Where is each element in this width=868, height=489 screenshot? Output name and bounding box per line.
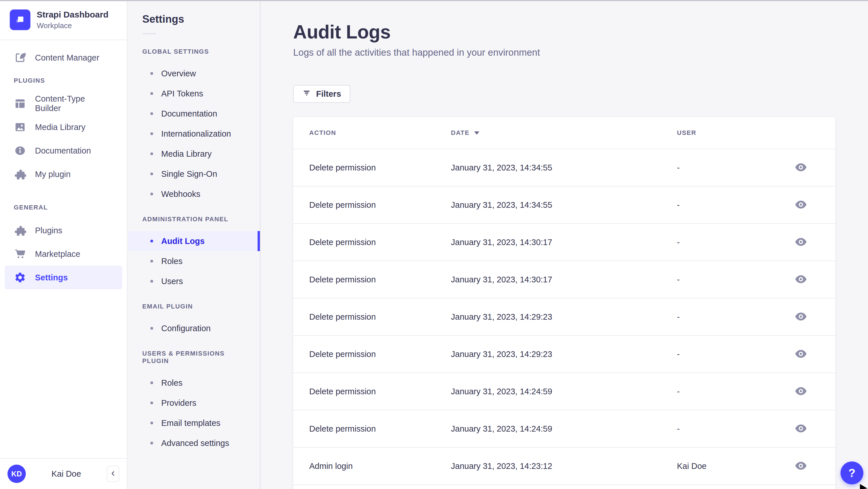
settings-section-label: GLOBAL SETTINGS: [128, 48, 260, 55]
column-header-date[interactable]: DATE: [451, 129, 677, 136]
settings-nav-item-label: Single Sign-On: [161, 169, 217, 179]
sidebar-item-plugins[interactable]: Plugins: [5, 219, 122, 242]
table-row[interactable]: Delete permission January 31, 2023, 14:3…: [293, 149, 835, 186]
sidebar-item-marketplace[interactable]: Marketplace: [5, 242, 122, 266]
pen-icon: [14, 51, 26, 64]
settings-subnav: Settings GLOBAL SETTINGS Overview API To…: [128, 0, 260, 489]
settings-nav-item-configuration[interactable]: Configuration: [128, 318, 260, 338]
settings-nav-item-media-library[interactable]: Media Library: [128, 144, 260, 164]
view-details-button[interactable]: [793, 310, 809, 324]
settings-nav-item-roles[interactable]: Roles: [128, 251, 260, 271]
view-details-button[interactable]: [793, 273, 809, 287]
eye-icon: [795, 237, 807, 248]
chevron-left-icon: [109, 470, 117, 478]
cell-user: -: [677, 387, 778, 396]
table-row[interactable]: Delete permission January 31, 2023, 14:3…: [293, 261, 835, 298]
settings-section-label: ADMINISTRATION PANEL: [128, 215, 260, 223]
cell-date: January 31, 2023, 14:30:17: [451, 238, 677, 247]
sidebar-item-label: Marketplace: [35, 249, 80, 259]
settings-section-label: EMAIL PLUGIN: [128, 303, 260, 310]
help-button[interactable]: ?: [840, 461, 863, 484]
sidebar-item-my-plugin[interactable]: My plugin: [5, 162, 122, 186]
audit-table-body: Delete permission January 31, 2023, 14:3…: [293, 149, 835, 484]
table-row[interactable]: Delete permission January 31, 2023, 14:2…: [293, 410, 835, 447]
view-details-button[interactable]: [793, 198, 809, 212]
settings-section-items: Audit Logs Roles Users: [128, 231, 260, 291]
settings-nav-item-users[interactable]: Users: [128, 271, 260, 291]
bullet-icon: [150, 441, 153, 445]
cell-user: -: [677, 312, 778, 322]
settings-nav-item-overview[interactable]: Overview: [128, 63, 260, 84]
settings-nav-item-single-sign-on[interactable]: Single Sign-On: [128, 164, 260, 184]
eye-icon: [795, 200, 807, 210]
settings-nav-item-providers[interactable]: Providers: [128, 393, 260, 413]
column-header-user: USER: [677, 129, 778, 136]
bullet-icon: [150, 240, 153, 243]
cell-date: January 31, 2023, 14:23:12: [451, 461, 677, 471]
settings-nav-item-audit-logs[interactable]: Audit Logs: [128, 231, 260, 251]
table-row[interactable]: Delete permission January 31, 2023, 14:2…: [293, 298, 835, 335]
cell-date: January 31, 2023, 14:30:17: [451, 275, 677, 284]
view-details-button[interactable]: [793, 385, 809, 399]
table-row[interactable]: Delete permission January 31, 2023, 14:2…: [293, 335, 835, 372]
bullet-icon: [150, 422, 153, 424]
settings-nav-item-internationalization[interactable]: Internationalization: [128, 124, 260, 144]
sidebar-item-content-type-builder[interactable]: Content-Type Builder: [5, 92, 122, 115]
view-details-button[interactable]: [793, 347, 809, 361]
brand: Strapi Dashboard Workplace: [0, 0, 127, 40]
view-details-button[interactable]: [793, 459, 809, 473]
cell-user: -: [677, 238, 778, 247]
cell-date: January 31, 2023, 14:29:23: [451, 312, 677, 322]
sidebar-item-documentation[interactable]: Documentation: [5, 139, 122, 162]
sidebar-section-plugins: PLUGINS: [0, 77, 127, 84]
table-row[interactable]: Delete permission January 31, 2023, 14:3…: [293, 186, 835, 223]
cell-action: Delete permission: [309, 424, 451, 434]
puzzle-icon: [14, 224, 26, 237]
eye-icon: [795, 349, 807, 360]
sidebar-item-settings[interactable]: Settings: [5, 266, 122, 289]
bullet-icon: [150, 92, 153, 95]
settings-nav-item-documentation[interactable]: Documentation: [128, 103, 260, 124]
table-row[interactable]: Delete permission January 31, 2023, 14:2…: [293, 372, 835, 410]
view-details-button[interactable]: [793, 161, 809, 175]
divider: [142, 33, 156, 34]
sidebar-item-label: Content Manager: [35, 53, 99, 63]
cell-action: Delete permission: [309, 349, 451, 359]
cell-user: -: [677, 200, 778, 210]
main-sidebar: Strapi Dashboard Workplace Content Manag…: [0, 0, 127, 489]
bullet-icon: [150, 72, 153, 75]
main-content: Audit Logs Logs of all the activities th…: [261, 0, 868, 489]
page-subtitle: Logs of all the activities that happened…: [293, 47, 835, 58]
audit-logs-table: ACTION DATE USER Delete permission Janua…: [293, 117, 835, 489]
settings-nav-item-webhooks[interactable]: Webhooks: [128, 184, 260, 204]
user-name[interactable]: Kai Doe: [31, 469, 101, 479]
table-row[interactable]: Admin login January 31, 2023, 14:23:12 K…: [293, 447, 835, 484]
mouse-cursor: [859, 483, 868, 489]
settings-section-items: Overview API Tokens Documentation Intern…: [128, 63, 260, 204]
settings-nav-item-api-tokens[interactable]: API Tokens: [128, 84, 260, 103]
settings-nav-item-email-templates[interactable]: Email templates: [128, 413, 260, 433]
eye-icon: [795, 162, 807, 173]
cell-action: Delete permission: [309, 163, 451, 173]
cell-user: -: [677, 275, 778, 284]
settings-nav-item-advanced-settings[interactable]: Advanced settings: [128, 433, 260, 453]
cell-action: Delete permission: [309, 387, 451, 396]
settings-section-label: USERS & PERMISSIONS PLUGIN: [128, 350, 260, 365]
avatar[interactable]: KD: [7, 465, 26, 483]
cell-user: -: [677, 424, 778, 434]
sort-desc-icon: [474, 131, 479, 134]
view-details-button[interactable]: [793, 422, 809, 436]
sidebar-item-content-manager[interactable]: Content Manager: [5, 46, 122, 69]
view-details-button[interactable]: [793, 235, 809, 249]
sidebar-item-media-library[interactable]: Media Library: [5, 115, 122, 139]
settings-nav-item-label: Roles: [161, 256, 182, 266]
bullet-icon: [150, 327, 153, 330]
collapse-sidebar-button[interactable]: [107, 466, 119, 482]
settings-nav-sections: GLOBAL SETTINGS Overview API Tokens Docu…: [128, 48, 260, 453]
bullet-icon: [150, 401, 153, 404]
filters-button[interactable]: Filters: [293, 85, 350, 103]
image-icon: [14, 121, 26, 133]
gear-icon: [14, 271, 26, 284]
settings-nav-item-roles[interactable]: Roles: [128, 373, 260, 393]
table-row[interactable]: Delete permission January 31, 2023, 14:3…: [293, 223, 835, 261]
